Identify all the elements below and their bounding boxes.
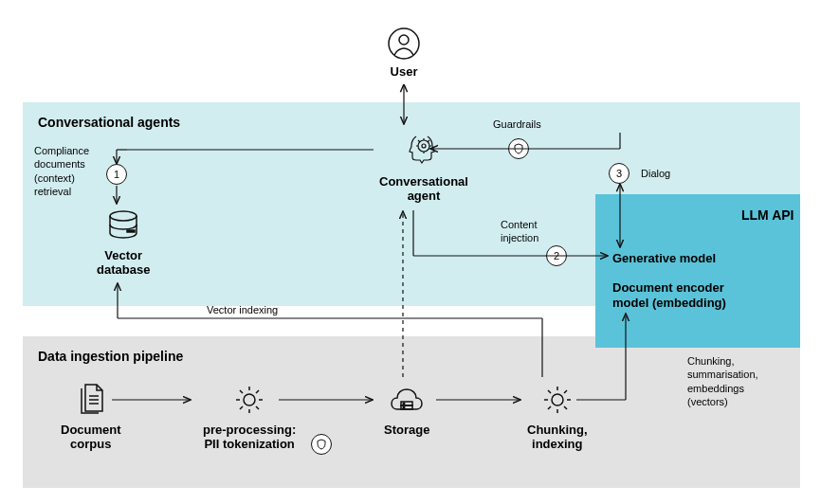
section-title-llm-api: LLM API [741,207,794,223]
step-1: 1 [106,164,127,185]
conv-agent-label-1: Conversational [379,174,468,189]
doc-corpus-label-1: Document [61,423,121,437]
step-3: 3 [609,163,629,184]
node-storage: Storage [384,381,429,437]
node-user: User [387,27,421,79]
label-compliance: Compliance documents (context) retrieval [34,144,89,198]
documents-icon [72,381,110,419]
vector-db-label-1: Vector [104,248,142,262]
node-preprocessing: pre-processing: PII tokenization [203,381,296,451]
label-dialog: Dialog [641,167,670,180]
conv-agent-label-2: agent [408,189,441,203]
preproc-label-1: pre-processing: [203,423,296,437]
section-title-ingestion: Data ingestion pipeline [38,349,183,364]
svg-point-19 [403,406,405,408]
ai-head-icon [403,129,445,171]
user-label: User [391,64,418,79]
svg-point-3 [422,144,426,148]
svg-point-0 [389,28,419,59]
section-title-conversational: Conversational agents [38,115,180,130]
label-guardrails: Guardrails [493,117,541,131]
label-vector-indexing: Vector indexing [207,303,278,316]
doc-corpus-label-2: corpus [70,437,111,451]
svg-rect-11 [127,230,135,232]
label-chunk-summary: Chunking, summarisation, embeddings (vec… [687,354,758,408]
user-icon [387,27,421,61]
label-content-injection: Content injection [501,218,538,245]
shield-guardrails-icon [508,138,529,159]
generative-model-label: Generative model [612,251,716,265]
storage-label: Storage [384,423,429,437]
gear-icon [230,381,268,419]
encoder-model-label-2: model (embedding) [612,296,726,310]
database-icon [104,207,142,244]
svg-point-1 [399,35,409,45]
step-2: 2 [546,245,567,266]
chunking-label-2: indexing [532,437,582,451]
architecture-diagram: Conversational agents Data ingestion pip… [0,0,821,504]
svg-line-8 [418,140,420,142]
preproc-label-2: PII tokenization [204,437,294,451]
vector-db-label-2: database [97,262,150,277]
svg-point-10 [110,211,137,221]
encoder-model-label-1: Document encoder [612,280,724,295]
chunking-label-1: Chunking, [527,423,588,437]
svg-point-15 [244,394,255,405]
svg-point-20 [552,394,563,405]
node-document-corpus: Document corpus [61,381,121,451]
node-conversational-agent: Conversational agent [379,129,468,203]
gear-icon-2 [538,381,576,419]
storage-icon [388,381,426,419]
svg-line-9 [428,140,429,142]
shield-pii-icon [311,434,332,455]
node-vector-database: Vector database [97,207,150,277]
node-chunking-indexing: Chunking, indexing [527,381,588,451]
svg-point-18 [403,403,405,405]
